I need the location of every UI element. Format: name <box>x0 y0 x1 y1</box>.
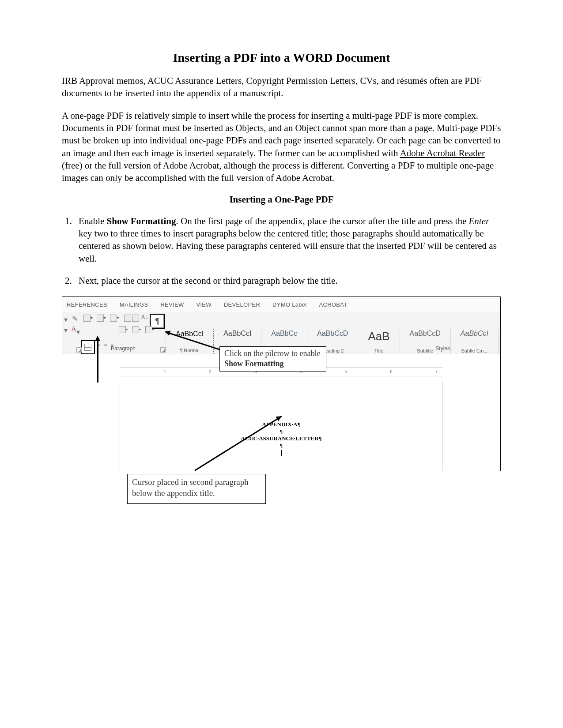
text-bold: Show Formatting <box>107 216 176 226</box>
arrow-head-icon <box>95 336 100 341</box>
document-area: 1 2 3 4 5 6 7 APPENDIX·A¶ ¶ ACUC·A <box>62 354 500 471</box>
style-name: Subtle Em... <box>461 348 487 353</box>
text-segment: Click on the pilcrow to enable <box>224 349 320 358</box>
cursor-line <box>120 449 443 456</box>
borders-button[interactable] <box>81 340 95 354</box>
pilcrow-char: ¶ <box>280 442 283 449</box>
style-sample: AaBbCcI <box>223 330 251 338</box>
styles-gallery: AaBbCcI ¶ Normal AaBbCcI ¶ No Spac... Aa… <box>166 329 499 354</box>
style-subtitle[interactable]: AaBbCcD Subtitle <box>400 329 451 354</box>
align-center-icon[interactable]: ≡ <box>104 342 107 349</box>
shading-icon[interactable] <box>132 326 139 333</box>
line-spacing-icon[interactable] <box>119 326 126 333</box>
pilcrow-mark: ¶ <box>120 442 443 449</box>
callout-cursor-caption: Cursor placed in second paragraph below … <box>127 474 266 503</box>
tab-dymo-label[interactable]: DYMO Label <box>272 301 306 308</box>
ruler-number: 2 <box>209 369 212 374</box>
step-2: Next, place the cursor at the second or … <box>74 274 501 287</box>
tab-acrobat[interactable]: ACROBAT <box>319 301 348 308</box>
page-title: Inserting a PDF into a WORD Document <box>62 51 501 65</box>
ruler-number: 6 <box>390 369 393 374</box>
ruler-number: 5 <box>345 369 348 374</box>
style-subtle-emphasis[interactable]: AaBbCcI Subtle Em... <box>451 329 499 354</box>
style-sample: AaBbCc <box>271 330 297 338</box>
appendix-subtitle-line: ACUC·ASSURANCE·LETTER¶ <box>120 435 443 442</box>
style-name: Title <box>374 348 383 353</box>
tab-developer[interactable]: DEVELOPER <box>224 301 260 308</box>
text-segment: key two to three times to insert paragra… <box>79 228 497 264</box>
bullets-icon[interactable] <box>83 315 91 322</box>
ruler-number: 7 <box>435 369 438 374</box>
background-pattern <box>443 381 500 471</box>
dialog-launcher-icon[interactable] <box>160 347 166 353</box>
document-content: APPENDIX·A¶ ¶ ACUC·ASSURANCE·LETTER¶ ¶ <box>120 421 443 456</box>
format-painter-icon[interactable]: ✎ <box>72 315 77 320</box>
text-italic: Enter <box>469 216 490 226</box>
document-page[interactable]: APPENDIX·A¶ ¶ ACUC·ASSURANCE·LETTER¶ ¶ <box>120 381 443 471</box>
word-screenshot-figure: REFERENCES MAILINGS REVIEW VIEW DEVELOPE… <box>62 296 501 503</box>
intro-paragraph-2: A one-page PDF is relatively simple to i… <box>62 109 501 184</box>
dialog-launcher-icon[interactable] <box>76 347 82 353</box>
adobe-reader-link[interactable]: Adobe Acrobat Reader <box>400 148 485 158</box>
intro-paragraph-1: IRB Approval memos, ACUC Assurance Lette… <box>62 75 501 100</box>
tab-view[interactable]: VIEW <box>196 301 211 308</box>
appendix-title-line: APPENDIX·A¶ <box>120 421 443 428</box>
style-sample: AaBbCcI <box>461 330 488 338</box>
increase-indent-icon[interactable] <box>132 315 139 322</box>
dropdown-icon[interactable]: ▾ <box>64 326 69 331</box>
pilcrow-mark: ¶ <box>120 428 443 435</box>
numbering-icon[interactable] <box>97 315 104 322</box>
multilevel-list-icon[interactable] <box>110 315 117 322</box>
ruler-number: 1 <box>164 369 166 374</box>
style-normal[interactable]: AaBbCcI ¶ Normal <box>166 329 214 354</box>
tab-references[interactable]: REFERENCES <box>67 301 107 308</box>
arrow-to-borders <box>97 340 98 383</box>
dropdown-icon[interactable]: ▾ <box>64 315 69 321</box>
tab-mailings[interactable]: MAILINGS <box>120 301 148 308</box>
decrease-indent-icon[interactable] <box>124 315 131 322</box>
style-sample: AaB <box>368 330 389 343</box>
style-name: Subtitle <box>417 348 433 353</box>
background-pattern <box>62 381 120 471</box>
ribbon-tabs: REFERENCES MAILINGS REVIEW VIEW DEVELOPE… <box>62 297 500 312</box>
text-bold: Show Formatting <box>224 359 284 368</box>
style-sample: AaBbCcD <box>317 330 348 338</box>
section-heading: Inserting a One-Page PDF <box>62 194 501 205</box>
text-segment: (free) or the full version of Adobe Acro… <box>62 160 494 183</box>
sort-icon[interactable]: A↓ <box>141 314 146 319</box>
step-1: Enable Show Formatting. On the first pag… <box>74 215 501 265</box>
font-color-icon[interactable]: A <box>71 325 76 330</box>
text-segment: Enable <box>79 216 107 226</box>
style-title[interactable]: AaB Title <box>358 329 400 354</box>
text-cursor-icon <box>281 450 282 456</box>
style-sample: AaBbCcD <box>410 330 441 338</box>
callout-pilcrow: Click on the pilcrow to enable Show Form… <box>219 346 326 372</box>
tab-review[interactable]: REVIEW <box>160 301 184 308</box>
style-name: ¶ Normal <box>180 348 199 353</box>
word-window: REFERENCES MAILINGS REVIEW VIEW DEVELOPE… <box>62 296 501 471</box>
borders-dropdown-icon[interactable] <box>145 326 152 333</box>
paragraph-group-label: Paragraph <box>111 345 136 353</box>
dropdown-icon[interactable]: ▾ <box>76 328 82 333</box>
text-segment: . On the first page of the appendix, pla… <box>176 216 469 226</box>
